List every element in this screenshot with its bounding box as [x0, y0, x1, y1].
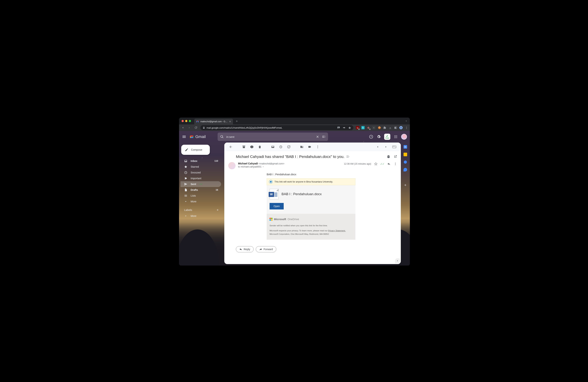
- support-icon[interactable]: ?: [369, 134, 373, 139]
- message-toolbar: [224, 143, 401, 151]
- sidebar-item-lists[interactable]: Lists: [181, 193, 221, 199]
- browser-tab[interactable]: maikxchd@gmail.com - G… ✕: [194, 119, 233, 124]
- reply-quick-icon[interactable]: [387, 162, 391, 166]
- svg-rect-16: [394, 146, 394, 147]
- keep-addon-icon[interactable]: [403, 153, 407, 156]
- account-avatar[interactable]: [401, 134, 407, 140]
- snooze-icon[interactable]: [277, 143, 284, 151]
- older-newer-prev-icon[interactable]: [374, 143, 381, 151]
- drafts-icon: [184, 188, 187, 191]
- delete-icon[interactable]: [256, 143, 263, 151]
- ext-cookie-icon[interactable]: 🍪: [378, 126, 381, 129]
- labels-icon[interactable]: [306, 143, 313, 151]
- open-button[interactable]: Open: [270, 203, 284, 210]
- sidebar-item-snoozed[interactable]: Snoozed: [181, 170, 221, 175]
- search-options-icon[interactable]: [322, 135, 326, 138]
- nav-forward-icon: [187, 126, 191, 129]
- open-new-window-icon[interactable]: [394, 155, 397, 158]
- move-to-icon[interactable]: [298, 143, 305, 151]
- sidebar-item-more[interactable]: More: [181, 199, 221, 204]
- add-label-icon[interactable]: ＋: [216, 208, 219, 212]
- show-details-icon[interactable]: [262, 166, 264, 168]
- subject-row: Michael Cahyadi has shared "BAB I : Pend…: [224, 151, 401, 160]
- email-subject: Michael Cahyadi has shared "BAB I : Pend…: [236, 154, 344, 159]
- sidebar-item-inbox[interactable]: Inbox 110: [181, 158, 221, 164]
- close-window-icon[interactable]: [182, 120, 184, 122]
- sender-email: <maikxchd@gmail.com>: [258, 162, 284, 165]
- nav-back-icon[interactable]: [181, 126, 185, 129]
- forward-button[interactable]: Forward: [256, 246, 276, 252]
- side-panel-icon[interactable]: [394, 126, 397, 129]
- older-newer-next-icon[interactable]: [382, 143, 390, 151]
- ext-ublock-icon[interactable]: u: [356, 126, 359, 129]
- sidebar-labels-more[interactable]: More: [181, 213, 221, 219]
- maximize-window-icon[interactable]: [189, 120, 191, 122]
- privacy-line: Microsoft respects your privacy. To lear…: [270, 229, 353, 232]
- ext-square-icon[interactable]: ▪: [372, 126, 376, 129]
- ext-generic-icon[interactable]: ✿: [367, 126, 370, 129]
- tab-close-icon[interactable]: ✕: [229, 120, 231, 123]
- google-apps-icon[interactable]: [394, 134, 398, 139]
- minimize-window-icon[interactable]: [185, 120, 187, 122]
- important-marker-icon[interactable]: [346, 155, 350, 158]
- tab-title: maikxchd@gmail.com - G…: [200, 120, 228, 123]
- privacy-link[interactable]: Privacy Statement.: [328, 229, 346, 232]
- sent-icon: [184, 183, 187, 186]
- gmail-logo-text: Gmail: [195, 134, 206, 139]
- reload-icon[interactable]: [194, 126, 198, 129]
- mark-unread-icon[interactable]: [269, 143, 276, 151]
- reply-button[interactable]: Reply: [236, 246, 254, 252]
- bookmark-star-icon[interactable]: [348, 126, 351, 129]
- contacts-addon-icon[interactable]: [403, 168, 407, 172]
- gmail-logo[interactable]: Gmail: [189, 134, 206, 139]
- svg-point-8: [395, 137, 395, 138]
- chrome-menu-icon[interactable]: [405, 126, 408, 129]
- install-app-icon[interactable]: [337, 126, 340, 129]
- report-spam-icon[interactable]: [248, 143, 255, 151]
- browser-profile-avatar[interactable]: A: [399, 126, 403, 129]
- svg-point-5: [395, 136, 395, 137]
- reply-label: Reply: [244, 248, 250, 251]
- calendar-addon-icon[interactable]: 31: [403, 145, 407, 149]
- search-icon: [220, 135, 224, 138]
- sidebar-item-important[interactable]: Important: [181, 175, 221, 181]
- new-tab-button[interactable]: ＋: [235, 119, 238, 123]
- add-to-tasks-icon[interactable]: [285, 143, 292, 151]
- meta-star-icon[interactable]: [374, 162, 378, 166]
- free-badge[interactable]: ✔ FREE: [384, 134, 390, 140]
- input-tools-icon[interactable]: [391, 143, 398, 151]
- back-to-list-icon[interactable]: [227, 143, 234, 151]
- sharing-scope-banner: This link will work for anyone in Bina N…: [267, 178, 355, 185]
- compose-button[interactable]: Compose: [181, 145, 210, 155]
- share-icon[interactable]: [343, 126, 346, 129]
- tasks-addon-icon[interactable]: [403, 160, 407, 164]
- side-panel-toggle-icon[interactable]: [395, 258, 400, 263]
- main-menu-icon[interactable]: [182, 134, 186, 139]
- sidebar-item-label: Important: [191, 177, 201, 180]
- get-addons-icon[interactable]: ＋: [403, 183, 407, 187]
- settings-gear-icon[interactable]: [377, 134, 381, 139]
- app-viewport: Gmail ? ✔ FREE: [179, 131, 410, 266]
- search-clear-icon[interactable]: [316, 135, 319, 138]
- sender-avatar[interactable]: [228, 162, 235, 169]
- sidebar-item-count: 110: [214, 160, 218, 162]
- message-more-icon[interactable]: [394, 162, 397, 166]
- downloads-icon[interactable]: [388, 126, 392, 129]
- print-icon[interactable]: [387, 155, 390, 158]
- omnibox[interactable]: mail.google.com/mail/u/1/#sent/KtbxLzfhZ…: [200, 125, 353, 130]
- sidebar-item-drafts[interactable]: Drafts 16: [181, 187, 221, 193]
- sidebar: Compose Inbox 110 Starred Snoozed: [179, 143, 224, 266]
- archive-icon[interactable]: [240, 143, 248, 151]
- extensions-menu-icon[interactable]: [383, 126, 386, 129]
- more-actions-icon[interactable]: [314, 143, 321, 151]
- sidebar-item-sent[interactable]: Sent ✓✓: [181, 181, 221, 187]
- search-input[interactable]: [226, 135, 313, 138]
- browser-window: maikxchd@gmail.com - G… ✕ ＋ mail.google.…: [179, 117, 410, 266]
- ext-hypothesis-icon[interactable]: h: [361, 126, 365, 129]
- file-card: W BAB I : Pendahuluan.docx Open: [267, 185, 355, 214]
- sidebar-item-starred[interactable]: Starred: [181, 164, 221, 170]
- gmail-favicon-icon: [196, 120, 199, 123]
- lock-icon: [203, 126, 205, 129]
- search-bar[interactable]: [218, 133, 328, 141]
- tabs-overflow-icon[interactable]: [405, 119, 408, 122]
